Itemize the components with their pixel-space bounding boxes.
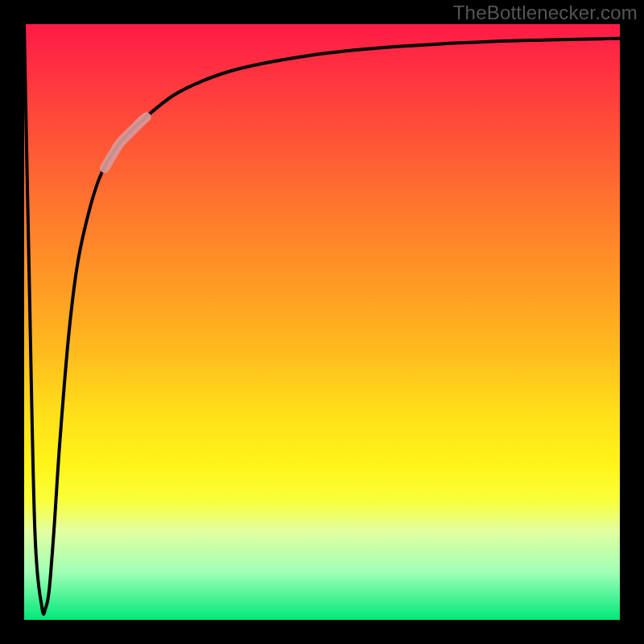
chart-frame: TheBottlenecker.com [0, 0, 644, 644]
bottleneck-curve [24, 24, 620, 614]
curve-highlight-segment [105, 117, 147, 167]
plot-area [24, 24, 620, 620]
attribution-label: TheBottlenecker.com [453, 2, 638, 24]
curve-layer [24, 24, 620, 620]
